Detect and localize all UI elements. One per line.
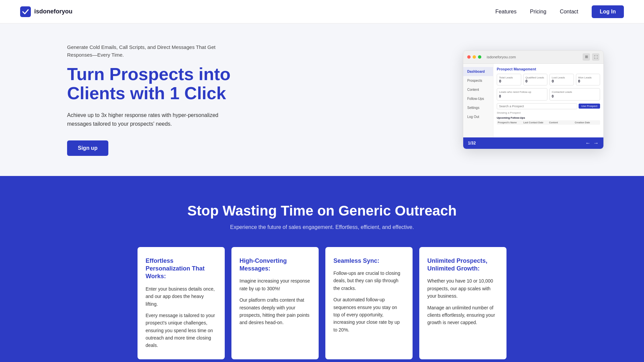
dashboard-main: Prospect Management Total Leads 0 Qualif… [493,64,603,137]
pagination-label: 1/32 [468,141,476,145]
browser-url: isdoneforyou.com [487,55,516,59]
window-max-dot [478,55,481,59]
hero-content: Generate Cold Emails, Call Scripts, and … [67,44,235,156]
browser-action-1[interactable]: ⊞ [583,53,590,61]
logo-text: isdoneforyou [34,8,72,15]
login-button[interactable]: Log In [592,5,624,18]
hero-section: Generate Cold Emails, Call Scripts, and … [0,23,644,176]
hero-screenshot: isdoneforyou.com ⊞ ⛶ Dashboard Prospects… [463,50,604,149]
features-section: Stop Wasting Time on Generic Outreach Ex… [0,176,644,362]
feature-card-3: Unlimited Prospects, Unlimited Growth: W… [419,247,506,359]
features-subtitle: Experience the future of sales engagemen… [20,224,624,230]
sidebar-item-prospects[interactable]: Prospects [463,76,493,85]
nav-pricing[interactable]: Pricing [530,9,546,15]
table-header: Prospect's Name Last Contact Date Conten… [497,120,600,125]
browser-titlebar: isdoneforyou.com ⊞ ⛶ [463,51,603,64]
next-arrow[interactable]: → [593,140,599,146]
nav-arrows: ← → [585,140,599,146]
contacted-leads: Contacted Leads 0 [549,88,600,101]
stat-lost: Lost Leads 0 [549,74,574,85]
hero-tagline: Generate Cold Emails, Call Scripts, and … [67,44,235,59]
feature-title-3: Unlimited Prospects, Unlimited Growth: [427,257,498,273]
hero-title: Turn Prospects into Clients with 1 Click [67,65,235,103]
pagination-bar: 1/32 ← → [463,137,603,149]
feature-card-1: High-Converting Messages: Imagine increa… [231,247,319,359]
search-input[interactable] [497,103,577,109]
feature-text-0: Enter your business details once, and ou… [146,285,217,349]
logo[interactable]: isdoneforyou [20,6,72,17]
signup-button[interactable]: Sign up [67,140,108,156]
dashboard-header: Prospect Management [497,67,600,71]
window-close-dot [467,55,471,59]
sidebar-item-content[interactable]: Content [463,85,493,94]
logo-icon [20,6,31,17]
feature-card-2: Seamless Sync: Follow-ups are crucial to… [325,247,413,359]
upcoming-section: Upcoming Follow-Ups Prospect's Name Last… [497,116,600,126]
showing-label: Showing a Prospect [497,111,600,114]
feature-card-0: Effortless Personalization That Works: E… [138,247,225,359]
dashboard-body: Dashboard Prospects Content Follow-Ups S… [463,64,603,137]
nav-features[interactable]: Features [495,9,517,15]
use-prospect-button[interactable]: Use Prospect [579,104,600,109]
features-title: Stop Wasting Time on Generic Outreach [20,203,624,219]
nav-contact[interactable]: Contact [560,9,578,15]
sidebar-item-logout[interactable]: Log Out [463,112,493,121]
feature-text-2: Follow-ups are crucial to closing deals,… [333,269,405,334]
prospect-search: Use Prospect [497,103,600,109]
sidebar-item-followups[interactable]: Follow-Ups [463,94,493,103]
stat-won: Won Leads 0 [576,74,600,85]
stat-qualified: Qualified Leads 0 [523,74,548,85]
feature-text-3: Whether you have 10 or 10,000 prospects,… [427,277,498,326]
stat-total: Total Leads 0 [497,74,521,85]
stats-row: Total Leads 0 Qualified Leads 0 Lost Lea… [497,74,600,85]
followup-leads: Leads who need Follow-up 0 [497,88,547,101]
dashboard-sidebar: Dashboard Prospects Content Follow-Ups S… [463,64,493,137]
hero-subtitle: Achieve up to 3x higher response rates w… [67,111,235,128]
feature-title-0: Effortless Personalization That Works: [146,257,217,281]
feature-title-2: Seamless Sync: [333,257,405,265]
dashboard-sections: Upcoming Follow-Ups Prospect's Name Last… [497,116,600,126]
navbar: isdoneforyou Features Pricing Contact Lo… [0,0,644,23]
leads-row: Leads who need Follow-up 0 Contacted Lea… [497,88,600,101]
sidebar-item-settings[interactable]: Settings [463,103,493,112]
dashboard-mockup: isdoneforyou.com ⊞ ⛶ Dashboard Prospects… [463,50,604,149]
feature-text-1: Imagine increasing your response rate by… [239,277,311,326]
svg-rect-0 [20,6,31,17]
features-grid: Effortless Personalization That Works: E… [138,247,506,359]
feature-title-1: High-Converting Messages: [239,257,311,273]
nav-links: Features Pricing Contact Log In [495,5,624,18]
window-min-dot [473,55,476,59]
browser-actions: ⊞ ⛶ [583,53,599,61]
browser-action-2[interactable]: ⛶ [592,53,599,61]
sidebar-item-dashboard[interactable]: Dashboard [463,67,493,76]
prev-arrow[interactable]: ← [585,140,591,146]
